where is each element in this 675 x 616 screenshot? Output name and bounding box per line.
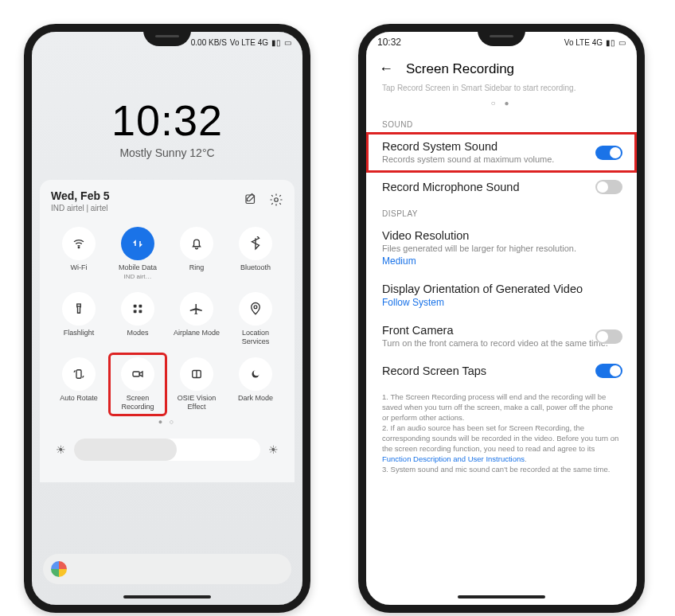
modes-icon	[121, 292, 154, 326]
tile-dark-mode[interactable]: Dark Mode	[228, 354, 283, 415]
tile-label: Dark Mode	[238, 394, 273, 411]
tile-mobile-data[interactable]: Mobile DataIND airt…	[110, 224, 166, 284]
tile-label: Mobile DataIND airt…	[119, 263, 157, 281]
row-title: Record Microphone Sound	[382, 181, 621, 193]
row-subtitle: Files generated will be larger for highe…	[382, 244, 621, 254]
app-bar: ← Screen Recording	[366, 53, 637, 84]
svg-point-2	[78, 247, 80, 248]
row-title: Front Camera	[382, 324, 621, 337]
page-indicator: ● ○	[51, 418, 283, 426]
lock-screen: 0.00 KB/S Vo LTE 4G ▮▯ ▭ 10:32 Mostly Su…	[32, 32, 302, 605]
svg-rect-9	[76, 370, 81, 379]
row-video-resolution[interactable]: Video Resolution Files generated will be…	[366, 221, 637, 275]
panel-date: Wed, Feb 5	[51, 189, 110, 202]
status-time: 10:32	[377, 37, 401, 48]
tile-label: Location Services	[228, 329, 283, 346]
row-title: Record System Sound	[382, 140, 621, 153]
tile-airplane[interactable]: Airplane Mode	[169, 289, 224, 349]
tile-bluetooth[interactable]: Bluetooth	[228, 224, 283, 284]
status-network: Vo LTE 4G	[564, 38, 603, 47]
row-title: Record Screen Taps	[382, 365, 621, 377]
google-icon	[51, 561, 67, 577]
dark-mode-icon	[239, 357, 272, 391]
tile-modes[interactable]: Modes	[110, 289, 166, 349]
function-description-link[interactable]: Function Description and User Instructio…	[382, 454, 525, 463]
signal-icon: ▮▯	[271, 38, 281, 47]
tile-location[interactable]: Location Services	[228, 289, 283, 349]
toggle-front-camera[interactable]	[595, 329, 622, 344]
screen-recording-settings: 10:32 Vo LTE 4G ▮▯ ▭ ← Screen Recording …	[366, 32, 637, 605]
section-label-display: DISPLAY	[366, 201, 637, 221]
phone-frame-settings: 10:32 Vo LTE 4G ▮▯ ▭ ← Screen Recording …	[358, 24, 645, 613]
brightness-low-icon: ☀	[56, 443, 66, 456]
page-indicator-small: ○ ●	[366, 99, 637, 107]
footnotes: 1. The Screen Recording process will end…	[366, 385, 637, 474]
row-title: Video Resolution	[382, 229, 621, 242]
toggle-system-sound[interactable]	[595, 146, 622, 160]
signal-icon: ▮▯	[606, 38, 615, 47]
gesture-bar[interactable]	[123, 595, 211, 598]
svg-point-8	[254, 306, 257, 309]
tile-auto-rotate[interactable]: Auto Rotate	[51, 354, 107, 415]
battery-icon: ▭	[618, 38, 626, 47]
status-speed: 0.00 KB/S	[191, 38, 227, 47]
panel-carrier: IND airtel | airtel	[51, 204, 110, 212]
tile-osie[interactable]: OSIE Vision Effect	[169, 354, 224, 415]
wifi-icon	[62, 227, 96, 260]
settings-list[interactable]: SOUND Record System Sound Records system…	[366, 112, 637, 605]
settings-icon[interactable]	[269, 193, 283, 210]
toggle-record-taps[interactable]	[595, 364, 622, 378]
row-front-camera[interactable]: Front Camera Turn on the front camera to…	[366, 316, 637, 357]
svg-rect-10	[133, 372, 139, 376]
tile-label: Flashlight	[64, 329, 95, 346]
tile-label: Ring	[189, 263, 205, 281]
tile-flashlight[interactable]: Flashlight	[51, 289, 107, 349]
section-label-sound: SOUND	[366, 112, 637, 132]
search-bar-ghost[interactable]	[43, 554, 291, 584]
footnote-1: 1. The Screen Recording process will end…	[382, 392, 621, 423]
brightness-high-icon: ☀	[268, 443, 279, 456]
rotate-icon	[62, 357, 96, 391]
tile-screen-recording[interactable]: Screen Recording	[110, 354, 166, 415]
status-network: Vo LTE 4G	[230, 38, 268, 47]
back-arrow-icon[interactable]: ←	[379, 60, 393, 77]
tile-label: Airplane Mode	[174, 329, 220, 346]
gesture-bar[interactable]	[458, 595, 545, 598]
tile-label: Screen Recording	[110, 394, 166, 411]
instruction-ghost: Tap Record Screen in Smart Sidebar to st…	[366, 84, 637, 97]
bell-icon	[180, 227, 213, 260]
contrast-icon	[180, 357, 213, 391]
row-subtitle: Turn on the front camera to record video…	[382, 338, 621, 349]
row-record-taps[interactable]: Record Screen Taps	[366, 357, 637, 385]
tile-label: Wi-Fi	[71, 263, 88, 281]
svg-point-1	[275, 197, 279, 201]
row-value-link: Follow System	[382, 297, 621, 308]
footnote-3: 3. System sound and mic sound can't be r…	[382, 464, 621, 474]
phone-frame-quicksettings: 0.00 KB/S Vo LTE 4G ▮▯ ▭ 10:32 Mostly Su…	[24, 24, 310, 613]
bluetooth-icon	[239, 227, 272, 260]
brightness-track[interactable]	[74, 439, 260, 461]
page-title: Screen Recording	[406, 61, 514, 77]
edit-icon[interactable]	[244, 193, 258, 210]
tile-label: Bluetooth	[240, 263, 271, 281]
svg-point-13	[254, 370, 260, 376]
tile-label: OSIE Vision Effect	[169, 394, 224, 411]
tile-label: Auto Rotate	[60, 394, 98, 411]
row-record-mic-sound[interactable]: Record Microphone Sound	[366, 173, 637, 201]
svg-rect-7	[139, 310, 142, 314]
tile-wifi[interactable]: Wi-Fi	[51, 224, 107, 284]
toggle-mic-sound[interactable]	[595, 180, 622, 194]
lock-clock: 10:32	[32, 96, 302, 145]
row-value-link: Medium	[382, 255, 621, 267]
svg-rect-4	[134, 305, 137, 308]
svg-rect-3	[77, 304, 81, 306]
row-title: Display Orientation of Generated Video	[382, 283, 621, 295]
row-display-orientation[interactable]: Display Orientation of Generated Video F…	[366, 275, 637, 316]
svg-rect-5	[139, 305, 142, 308]
quick-tiles-grid: Wi-Fi Mobile DataIND airt… Ring Bluetoot…	[51, 224, 283, 415]
tile-ring[interactable]: Ring	[169, 224, 224, 284]
brightness-slider[interactable]: ☀ ☀	[56, 439, 279, 461]
row-record-system-sound[interactable]: Record System Sound Records system sound…	[366, 132, 637, 173]
lock-weather: Mostly Sunny 12°C	[32, 146, 302, 159]
video-camera-icon	[121, 357, 154, 391]
